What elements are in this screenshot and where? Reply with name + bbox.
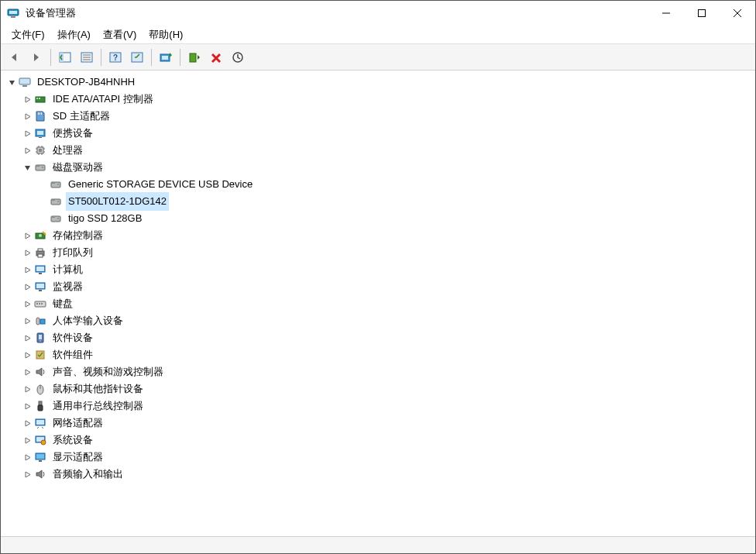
tree-item-label: SD 主适配器 [50,107,112,126]
tree-category-sd-host[interactable]: SD 主适配器 [5,108,755,125]
tree-item-label: Generic STORAGE DEVICE USB Device [66,175,255,194]
expand-icon[interactable] [21,417,33,429]
portable-icon [33,126,47,140]
disk-icon [33,160,47,174]
svg-text:?: ? [113,53,118,62]
back-button[interactable] [5,47,25,67]
expand-icon[interactable] [21,110,33,122]
tree-category-storage-controllers[interactable]: 存储控制器 [5,227,755,244]
collapse-icon[interactable] [5,76,18,88]
tree-category-display-adapters[interactable]: 显示适配器 [5,449,755,466]
expand-icon[interactable] [21,383,33,395]
expand-icon[interactable] [21,229,33,242]
expand-icon[interactable] [21,298,33,310]
menu-help[interactable]: 帮助(H) [143,26,189,43]
svg-rect-76 [39,401,42,405]
menu-bar: 文件(F) 操作(A) 查看(V) 帮助(H) [1,26,755,44]
expand-icon[interactable] [21,349,33,361]
toolbar: ? [1,44,755,71]
close-button[interactable] [720,1,755,26]
uninstall-device-button[interactable] [206,47,226,67]
svg-rect-68 [36,318,40,325]
disk-icon [49,212,63,225]
tree-category-ide[interactable]: IDE ATA/ATAPI 控制器 [5,91,755,108]
tree-category-hid[interactable]: 人体学输入设备 [5,312,755,329]
tree-category-processor[interactable]: 处理器 [5,142,755,159]
software-icon [33,331,47,345]
tree-category-mouse[interactable]: 鼠标和其他指针设备 [5,380,755,397]
expand-icon[interactable] [21,246,33,259]
sdcard-icon [33,109,47,123]
tree-category-monitors[interactable]: 监视器 [5,278,755,295]
tree-item-label: 人体学输入设备 [50,311,125,330]
monitor-icon [33,263,47,277]
scan-hardware-button[interactable] [228,47,248,67]
menu-action[interactable]: 操作(A) [51,26,97,43]
menu-file[interactable]: 文件(F) [5,26,51,43]
svg-rect-85 [39,460,42,462]
maximize-button[interactable] [684,1,720,26]
show-hide-tree-button[interactable] [55,47,75,67]
enable-device-button[interactable] [184,47,204,67]
tree-item-label: 声音、视频和游戏控制器 [50,363,166,381]
svg-point-42 [42,167,43,168]
display-icon [33,450,47,464]
tree-item-disk[interactable]: ST500LT012-1DG142 [5,193,755,210]
expand-icon[interactable] [21,93,33,105]
tree-item-disk[interactable]: Generic STORAGE DEVICE USB Device [5,176,755,193]
svg-rect-4 [699,10,706,17]
tree-category-software-components[interactable]: 软件组件 [5,346,755,363]
svg-rect-24 [39,98,40,99]
svg-rect-52 [52,217,55,218]
softcomp-icon [33,348,47,362]
tree-category-audio-io[interactable]: 音频输入和输出 [5,466,755,483]
tree-category-usb[interactable]: 通用串行总线控制器 [5,397,755,415]
properties-button[interactable] [127,47,147,67]
no-children-icon [36,195,49,208]
keyboard-icon [33,297,47,311]
tree-category-computer[interactable]: 计算机 [5,261,755,278]
forward-button[interactable] [26,47,46,67]
expand-icon[interactable] [21,144,33,157]
expand-icon[interactable] [21,263,33,276]
menu-view[interactable]: 查看(V) [97,26,143,43]
expand-icon[interactable] [21,127,33,139]
tree-category-sound[interactable]: 声音、视频和游戏控制器 [5,363,755,380]
expand-icon[interactable] [21,434,33,446]
tree-item-label: 网络适配器 [50,414,105,432]
svg-rect-1 [9,11,17,14]
expand-icon[interactable] [21,280,33,293]
tree-category-disk-drives[interactable]: 磁盘驱动器 [5,159,755,176]
toolbar-separator [101,49,101,66]
tree-item-label: DESKTOP-JB4HNHH [35,73,137,91]
expand-icon[interactable] [21,451,33,463]
tree-category-keyboards[interactable]: 键盘 [5,295,755,312]
tree-item-disk[interactable]: tigo SSD 128GB [5,210,755,227]
tree-root-computer[interactable]: DESKTOP-JB4HNHH [5,74,755,91]
expand-icon[interactable] [21,400,33,412]
tree-item-label: 处理器 [50,141,85,160]
expand-icon[interactable] [21,468,33,480]
device-tree[interactable]: DESKTOP-JB4HNHHIDE ATA/ATAPI 控制器SD 主适配器便… [1,71,755,536]
tree-category-system-devices[interactable]: 系统设备 [5,432,755,449]
storage-icon [33,229,47,243]
tree-category-software-devices[interactable]: 软件设备 [5,329,755,346]
help-button[interactable]: ? [105,47,125,67]
update-driver-button[interactable] [156,47,176,67]
title-bar: 设备管理器 [1,1,755,26]
svg-rect-84 [36,454,44,459]
svg-point-54 [39,234,42,237]
minimize-button[interactable] [648,1,684,26]
export-list-button[interactable] [77,47,97,67]
printer-icon [33,246,47,260]
tree-category-print-queues[interactable]: 打印队列 [5,244,755,261]
collapse-icon[interactable] [21,161,33,174]
tree-item-label: 存储控制器 [50,226,105,245]
tree-category-network[interactable]: 网络适配器 [5,415,755,432]
expand-icon[interactable] [21,366,33,378]
tree-category-portable[interactable]: 便携设备 [5,125,755,142]
cpu-icon [33,143,47,157]
svg-rect-27 [41,112,42,115]
expand-icon[interactable] [21,332,33,344]
expand-icon[interactable] [21,315,33,327]
